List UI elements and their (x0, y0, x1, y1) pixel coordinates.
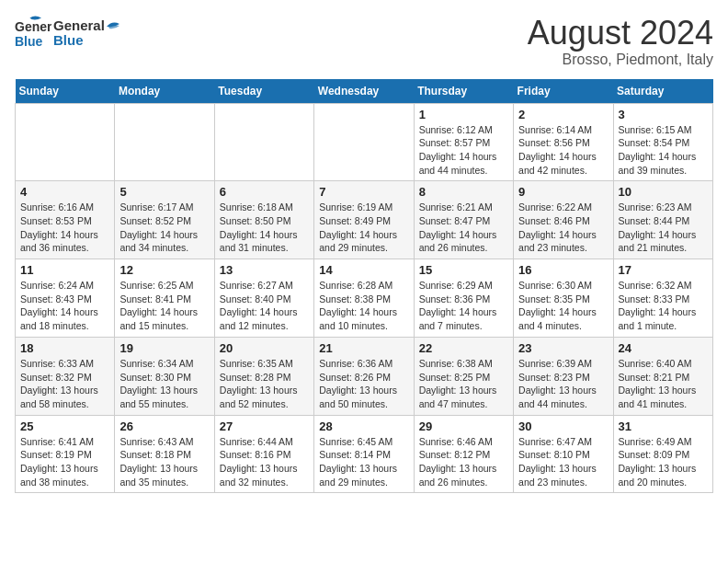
weekday-header-sunday: Sunday (16, 79, 115, 104)
day-number: 5 (119, 185, 209, 199)
day-info: Sunrise: 6:27 AM Sunset: 8:40 PM Dayligh… (220, 279, 309, 333)
day-number: 20 (220, 341, 309, 355)
day-number: 19 (119, 341, 209, 355)
day-info: Sunrise: 6:28 AM Sunset: 8:38 PM Dayligh… (319, 279, 408, 333)
logo-icon: General Blue (15, 15, 51, 52)
weekday-header-thursday: Thursday (414, 79, 513, 104)
day-info: Sunrise: 6:44 AM Sunset: 8:16 PM Dayligh… (220, 435, 309, 489)
calendar-week-row: 4Sunrise: 6:16 AM Sunset: 8:53 PM Daylig… (16, 181, 713, 259)
day-number: 26 (119, 419, 209, 433)
page-header: General Blue General Blue August 2024 Br… (15, 15, 713, 68)
day-number: 2 (518, 108, 608, 121)
calendar-cell: 30Sunrise: 6:47 AM Sunset: 8:10 PM Dayli… (514, 415, 613, 493)
day-number: 18 (20, 341, 109, 355)
calendar-cell: 13Sunrise: 6:27 AM Sunset: 8:40 PM Dayli… (214, 259, 313, 338)
day-info: Sunrise: 6:25 AM Sunset: 8:41 PM Dayligh… (119, 279, 209, 333)
day-number: 22 (419, 341, 508, 355)
calendar-cell: 6Sunrise: 6:18 AM Sunset: 8:50 PM Daylig… (214, 181, 313, 259)
calendar-cell: 21Sunrise: 6:36 AM Sunset: 8:26 PM Dayli… (314, 337, 414, 415)
day-number: 21 (319, 341, 408, 355)
day-info: Sunrise: 6:39 AM Sunset: 8:23 PM Dayligh… (518, 357, 608, 411)
day-number: 11 (20, 263, 109, 277)
day-info: Sunrise: 6:40 AM Sunset: 8:21 PM Dayligh… (619, 357, 708, 411)
day-info: Sunrise: 6:22 AM Sunset: 8:46 PM Dayligh… (518, 201, 608, 255)
calendar-cell: 20Sunrise: 6:35 AM Sunset: 8:28 PM Dayli… (214, 337, 313, 415)
day-number: 16 (518, 263, 608, 277)
day-info: Sunrise: 6:34 AM Sunset: 8:30 PM Dayligh… (119, 357, 209, 411)
day-info: Sunrise: 6:30 AM Sunset: 8:35 PM Dayligh… (518, 279, 608, 333)
calendar-cell: 7Sunrise: 6:19 AM Sunset: 8:49 PM Daylig… (314, 181, 414, 259)
day-info: Sunrise: 6:24 AM Sunset: 8:43 PM Dayligh… (20, 279, 109, 333)
svg-text:Blue: Blue (15, 34, 43, 49)
weekday-header-monday: Monday (115, 79, 214, 104)
logo-wing-icon (107, 20, 123, 33)
day-info: Sunrise: 6:21 AM Sunset: 8:47 PM Dayligh… (419, 201, 508, 255)
calendar-cell: 2Sunrise: 6:14 AM Sunset: 8:56 PM Daylig… (514, 103, 613, 181)
calendar-cell: 1Sunrise: 6:12 AM Sunset: 8:57 PM Daylig… (414, 103, 513, 181)
day-info: Sunrise: 6:47 AM Sunset: 8:10 PM Dayligh… (518, 435, 608, 489)
day-info: Sunrise: 6:45 AM Sunset: 8:14 PM Dayligh… (319, 435, 408, 489)
calendar-cell (214, 103, 313, 181)
day-info: Sunrise: 6:23 AM Sunset: 8:44 PM Dayligh… (619, 201, 708, 255)
day-info: Sunrise: 6:32 AM Sunset: 8:33 PM Dayligh… (619, 279, 708, 333)
day-number: 30 (518, 419, 608, 433)
svg-text:General: General (15, 19, 51, 34)
day-info: Sunrise: 6:17 AM Sunset: 8:52 PM Dayligh… (119, 201, 209, 255)
day-number: 23 (518, 341, 608, 355)
calendar-cell: 3Sunrise: 6:15 AM Sunset: 8:54 PM Daylig… (613, 103, 712, 181)
day-number: 8 (419, 185, 508, 199)
day-info: Sunrise: 6:33 AM Sunset: 8:32 PM Dayligh… (20, 357, 109, 411)
day-number: 13 (220, 263, 309, 277)
day-info: Sunrise: 6:46 AM Sunset: 8:12 PM Dayligh… (419, 435, 508, 489)
calendar-cell: 11Sunrise: 6:24 AM Sunset: 8:43 PM Dayli… (16, 259, 115, 338)
calendar-cell: 29Sunrise: 6:46 AM Sunset: 8:12 PM Dayli… (414, 415, 513, 493)
day-number: 7 (319, 185, 408, 199)
calendar-cell: 15Sunrise: 6:29 AM Sunset: 8:36 PM Dayli… (414, 259, 513, 338)
calendar-cell: 5Sunrise: 6:17 AM Sunset: 8:52 PM Daylig… (115, 181, 214, 259)
day-info: Sunrise: 6:14 AM Sunset: 8:56 PM Dayligh… (518, 123, 608, 178)
day-number: 12 (119, 263, 209, 277)
logo-blue-text: Blue (53, 33, 123, 49)
weekday-header-tuesday: Tuesday (214, 79, 313, 104)
day-number: 9 (518, 185, 608, 199)
day-number: 25 (20, 419, 109, 433)
title-block: August 2024 Brosso, Piedmont, Italy (528, 15, 713, 68)
day-info: Sunrise: 6:16 AM Sunset: 8:53 PM Dayligh… (20, 201, 109, 255)
day-info: Sunrise: 6:36 AM Sunset: 8:26 PM Dayligh… (319, 357, 408, 411)
day-number: 31 (619, 419, 708, 433)
calendar-cell: 23Sunrise: 6:39 AM Sunset: 8:23 PM Dayli… (514, 337, 613, 415)
day-number: 14 (319, 263, 408, 277)
calendar-cell: 19Sunrise: 6:34 AM Sunset: 8:30 PM Dayli… (115, 337, 214, 415)
calendar-table: SundayMondayTuesdayWednesdayThursdayFrid… (15, 79, 713, 494)
calendar-cell: 16Sunrise: 6:30 AM Sunset: 8:35 PM Dayli… (514, 259, 613, 338)
calendar-cell (314, 103, 414, 181)
calendar-cell: 27Sunrise: 6:44 AM Sunset: 8:16 PM Dayli… (214, 415, 313, 493)
subtitle: Brosso, Piedmont, Italy (528, 52, 713, 68)
calendar-cell: 10Sunrise: 6:23 AM Sunset: 8:44 PM Dayli… (613, 181, 712, 259)
day-number: 4 (20, 185, 109, 199)
calendar-cell: 12Sunrise: 6:25 AM Sunset: 8:41 PM Dayli… (115, 259, 214, 338)
day-number: 15 (419, 263, 508, 277)
calendar-cell: 25Sunrise: 6:41 AM Sunset: 8:19 PM Dayli… (16, 415, 115, 493)
calendar-cell: 31Sunrise: 6:49 AM Sunset: 8:09 PM Dayli… (613, 415, 712, 493)
calendar-cell: 9Sunrise: 6:22 AM Sunset: 8:46 PM Daylig… (514, 181, 613, 259)
weekday-header-saturday: Saturday (613, 79, 712, 104)
calendar-week-row: 25Sunrise: 6:41 AM Sunset: 8:19 PM Dayli… (16, 415, 713, 493)
calendar-week-row: 1Sunrise: 6:12 AM Sunset: 8:57 PM Daylig… (16, 103, 713, 181)
calendar-cell: 14Sunrise: 6:28 AM Sunset: 8:38 PM Dayli… (314, 259, 414, 338)
day-info: Sunrise: 6:35 AM Sunset: 8:28 PM Dayligh… (220, 357, 309, 411)
day-number: 24 (619, 341, 708, 355)
day-info: Sunrise: 6:41 AM Sunset: 8:19 PM Dayligh… (20, 435, 109, 489)
day-number: 10 (619, 185, 708, 199)
calendar-cell: 24Sunrise: 6:40 AM Sunset: 8:21 PM Dayli… (613, 337, 712, 415)
calendar-cell: 18Sunrise: 6:33 AM Sunset: 8:32 PM Dayli… (16, 337, 115, 415)
calendar-cell: 28Sunrise: 6:45 AM Sunset: 8:14 PM Dayli… (314, 415, 414, 493)
day-info: Sunrise: 6:15 AM Sunset: 8:54 PM Dayligh… (619, 123, 708, 178)
calendar-week-row: 18Sunrise: 6:33 AM Sunset: 8:32 PM Dayli… (16, 337, 713, 415)
day-number: 3 (619, 108, 708, 121)
calendar-cell: 8Sunrise: 6:21 AM Sunset: 8:47 PM Daylig… (414, 181, 513, 259)
calendar-cell: 4Sunrise: 6:16 AM Sunset: 8:53 PM Daylig… (16, 181, 115, 259)
day-info: Sunrise: 6:19 AM Sunset: 8:49 PM Dayligh… (319, 201, 408, 255)
main-title: August 2024 (528, 15, 713, 52)
day-number: 28 (319, 419, 408, 433)
